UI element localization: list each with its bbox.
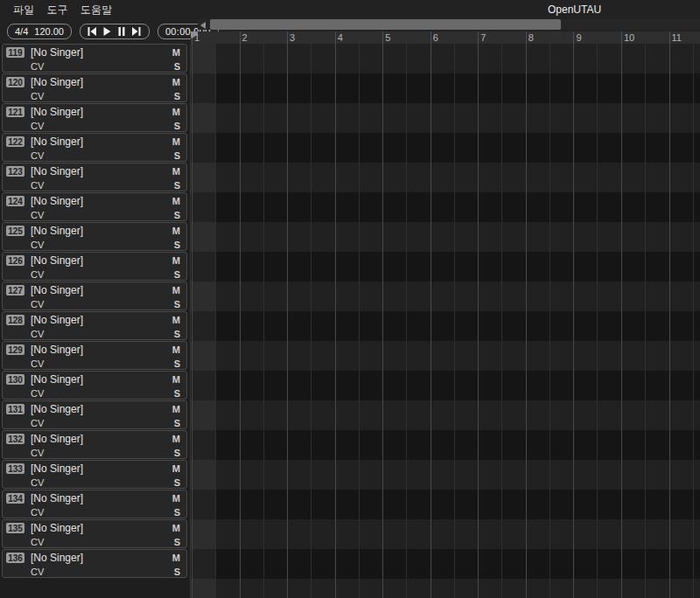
- track-row[interactable]: 120 [No Singer] M CV S: [2, 73, 187, 102]
- menu-item-file[interactable]: 파일: [7, 3, 40, 17]
- track-singer-button[interactable]: [No Singer]: [31, 284, 172, 296]
- track-phonemizer-button[interactable]: CV: [31, 448, 174, 458]
- mute-button[interactable]: M: [172, 493, 180, 504]
- track-row[interactable]: 133 [No Singer] M CV S: [2, 460, 187, 489]
- track-singer-button[interactable]: [No Singer]: [31, 46, 172, 59]
- track-phonemizer-button[interactable]: CV: [31, 299, 174, 309]
- solo-button[interactable]: S: [174, 240, 180, 250]
- track-row[interactable]: 134 [No Singer] M CV S: [2, 490, 187, 518]
- mute-button[interactable]: M: [172, 77, 180, 87]
- solo-button[interactable]: S: [174, 91, 180, 101]
- track-row[interactable]: 129 [No Singer] M CV S: [2, 341, 187, 370]
- solo-button[interactable]: S: [174, 448, 180, 458]
- mute-button[interactable]: M: [172, 107, 180, 117]
- track-row[interactable]: 124 [No Singer] M CV S: [2, 192, 187, 221]
- mute-button[interactable]: M: [172, 285, 180, 296]
- mute-button[interactable]: M: [172, 553, 180, 563]
- track-row[interactable]: 127 [No Singer] M CV S: [2, 282, 187, 310]
- track-singer-button[interactable]: [No Singer]: [31, 492, 172, 504]
- mute-button[interactable]: M: [172, 463, 180, 474]
- track-arrangement-grid[interactable]: [191, 44, 700, 598]
- track-singer-button[interactable]: [No Singer]: [31, 254, 172, 267]
- track-singer-button[interactable]: [No Singer]: [31, 522, 172, 534]
- track-row[interactable]: 119 [No Singer] M CV S: [2, 44, 187, 73]
- solo-button[interactable]: S: [174, 150, 180, 161]
- menu-item-tools[interactable]: 도구: [40, 3, 74, 17]
- track-phonemizer-button[interactable]: CV: [31, 180, 174, 191]
- track-row[interactable]: 123 [No Singer] M CV S: [2, 163, 187, 191]
- track-row[interactable]: 126 [No Singer] M CV S: [2, 252, 187, 281]
- track-phonemizer-button[interactable]: CV: [31, 477, 174, 488]
- track-singer-button[interactable]: [No Singer]: [31, 314, 172, 326]
- menu-item-help[interactable]: 도움말: [74, 3, 119, 17]
- timeline-scrollbar[interactable]: [198, 19, 700, 30]
- track-phonemizer-button[interactable]: CV: [31, 269, 174, 280]
- timeline-ruler[interactable]: 1234567891011: [191, 31, 700, 44]
- solo-button[interactable]: S: [174, 388, 180, 399]
- track-phonemizer-button[interactable]: CV: [31, 61, 174, 72]
- mute-button[interactable]: M: [172, 523, 180, 533]
- track-phonemizer-button[interactable]: CV: [31, 210, 174, 220]
- solo-button[interactable]: S: [174, 121, 180, 131]
- track-singer-button[interactable]: [No Singer]: [31, 136, 172, 148]
- track-singer-button[interactable]: [No Singer]: [31, 76, 172, 88]
- track-row[interactable]: 132 [No Singer] M CV S: [2, 430, 187, 459]
- mute-button[interactable]: M: [172, 196, 180, 206]
- track-singer-button[interactable]: [No Singer]: [31, 106, 172, 118]
- track-row[interactable]: 128 [No Singer] M CV S: [2, 311, 187, 340]
- mute-button[interactable]: M: [172, 166, 180, 177]
- scrollbar-thumb[interactable]: [210, 19, 561, 30]
- track-row[interactable]: 122 [No Singer] M CV S: [2, 133, 187, 162]
- mute-button[interactable]: M: [172, 226, 180, 236]
- mute-button[interactable]: M: [172, 136, 180, 147]
- solo-button[interactable]: S: [174, 477, 180, 488]
- track-row[interactable]: 125 [No Singer] M CV S: [2, 222, 187, 251]
- track-phonemizer-button[interactable]: CV: [31, 91, 174, 101]
- track-row[interactable]: 131 [No Singer] M CV S: [2, 400, 187, 429]
- solo-button[interactable]: S: [174, 567, 180, 577]
- solo-button[interactable]: S: [174, 329, 180, 339]
- solo-button[interactable]: S: [174, 269, 180, 280]
- track-phonemizer-button[interactable]: CV: [31, 537, 174, 547]
- track-singer-button[interactable]: [No Singer]: [31, 552, 172, 564]
- track-singer-button[interactable]: [No Singer]: [31, 165, 172, 177]
- track-phonemizer-button[interactable]: CV: [31, 418, 174, 428]
- solo-button[interactable]: S: [174, 61, 180, 72]
- mute-button[interactable]: M: [172, 434, 180, 444]
- skip-end-button[interactable]: [130, 24, 144, 38]
- solo-button[interactable]: S: [174, 358, 180, 369]
- solo-button[interactable]: S: [174, 418, 180, 428]
- solo-button[interactable]: S: [174, 180, 180, 191]
- track-phonemizer-button[interactable]: CV: [31, 388, 174, 399]
- track-phonemizer-button[interactable]: CV: [31, 150, 174, 161]
- solo-button[interactable]: S: [174, 210, 180, 220]
- track-singer-button[interactable]: [No Singer]: [31, 344, 172, 356]
- track-phonemizer-button[interactable]: CV: [31, 567, 174, 577]
- track-row[interactable]: 135 [No Singer] M CV S: [2, 519, 187, 548]
- track-singer-button[interactable]: [No Singer]: [31, 433, 172, 445]
- track-phonemizer-button[interactable]: CV: [31, 507, 174, 518]
- track-singer-button[interactable]: [No Singer]: [31, 225, 172, 237]
- skip-start-button[interactable]: [85, 24, 100, 38]
- track-phonemizer-button[interactable]: CV: [31, 240, 174, 250]
- track-phonemizer-button[interactable]: CV: [31, 329, 174, 339]
- track-phonemizer-button[interactable]: CV: [31, 121, 174, 131]
- mute-button[interactable]: M: [172, 374, 180, 385]
- track-phonemizer-button[interactable]: CV: [31, 358, 174, 369]
- track-singer-button[interactable]: [No Singer]: [31, 462, 172, 475]
- track-singer-button[interactable]: [No Singer]: [31, 373, 172, 386]
- scroll-left-icon[interactable]: [200, 22, 206, 29]
- track-row[interactable]: 121 [No Singer] M CV S: [2, 103, 187, 132]
- solo-button[interactable]: S: [174, 537, 180, 547]
- mute-button[interactable]: M: [172, 315, 180, 325]
- mute-button[interactable]: M: [172, 47, 180, 58]
- mute-button[interactable]: M: [172, 344, 180, 355]
- track-row[interactable]: 136 [No Singer] M CV S: [2, 549, 187, 578]
- track-singer-button[interactable]: [No Singer]: [31, 403, 172, 415]
- tempo-button[interactable]: 4/4 120.00: [7, 24, 72, 39]
- solo-button[interactable]: S: [174, 507, 180, 518]
- pause-button[interactable]: [115, 24, 130, 38]
- mute-button[interactable]: M: [172, 255, 180, 266]
- mute-button[interactable]: M: [172, 404, 180, 414]
- solo-button[interactable]: S: [174, 299, 180, 309]
